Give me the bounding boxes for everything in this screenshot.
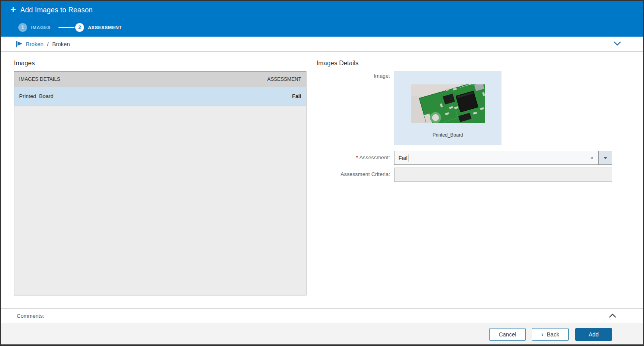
images-table-header: IMAGES DETAILS ASSESSMENT	[14, 72, 306, 87]
cell-assessment: Fail	[292, 93, 301, 99]
image-preview-tile: Printed_Board	[394, 71, 502, 145]
column-assessment: ASSESSMENT	[267, 76, 301, 82]
column-images-details: IMAGES DETAILS	[19, 76, 60, 82]
text-cursor	[408, 154, 408, 162]
step-images[interactable]: 1 IMAGES	[18, 23, 51, 32]
step-images-number: 1	[18, 23, 27, 32]
cancel-button-label: Cancel	[499, 331, 516, 338]
add-button-label: Add	[589, 331, 599, 338]
cell-images-details: Printed_Board	[19, 93, 53, 99]
dialog-title-row: + Add Images to Reason	[10, 5, 93, 15]
assessment-input-value: Fail	[398, 155, 408, 161]
assessment-dropdown-button[interactable]	[598, 151, 612, 164]
breadcrumb-separator: /	[47, 41, 49, 47]
comments-bar: Comments:	[1, 308, 643, 323]
details-panel-heading: Images Details	[316, 60, 359, 67]
chevron-up-icon[interactable]	[608, 313, 617, 319]
dialog-title: Add Images to Reason	[20, 6, 93, 14]
images-panel-heading: Images	[14, 60, 35, 67]
dialog-header: + Add Images to Reason 1 IMAGES 2 ASSESS…	[1, 1, 643, 37]
assessment-field-group: Fail ×	[394, 151, 612, 165]
assessment-label: *Assessment:	[316, 154, 390, 160]
image-label: Image:	[316, 73, 390, 79]
assessment-criteria-input[interactable]	[394, 168, 612, 182]
cancel-button[interactable]: Cancel	[489, 328, 526, 341]
chevron-down-icon[interactable]	[613, 41, 622, 46]
required-asterisk: *	[356, 154, 358, 160]
printed-board-image	[411, 84, 485, 123]
clear-icon[interactable]: ×	[585, 151, 598, 164]
step-images-label: IMAGES	[31, 25, 51, 30]
step-connector	[59, 27, 74, 28]
image-caption: Printed_Board	[394, 132, 502, 138]
step-assessment[interactable]: 2 ASSESSMENT	[75, 23, 122, 32]
table-row-printed-board[interactable]: Printed_Board Fail	[14, 87, 306, 106]
criteria-label: Assessment Criteria:	[316, 171, 390, 177]
back-button[interactable]: ‹ Back	[532, 328, 569, 341]
add-button[interactable]: Add	[575, 328, 612, 341]
flag-icon	[16, 41, 23, 47]
caret-down-icon	[603, 157, 607, 159]
chevron-left-icon: ‹	[541, 331, 544, 338]
back-button-label: Back	[547, 331, 559, 338]
add-images-dialog: + Add Images to Reason 1 IMAGES 2 ASSESS…	[0, 0, 644, 346]
wizard-stepper: 1 IMAGES 2 ASSESSMENT	[18, 23, 122, 32]
plus-icon: +	[10, 5, 16, 14]
images-table: IMAGES DETAILS ASSESSMENT Printed_Board …	[14, 71, 306, 295]
comments-label: Comments:	[17, 313, 44, 319]
breadcrumb: Broken / Broken	[1, 37, 643, 52]
dialog-footer: Cancel ‹ Back Add	[1, 323, 643, 344]
breadcrumb-link-broken[interactable]: Broken	[26, 41, 43, 47]
assessment-input[interactable]: Fail	[394, 151, 585, 164]
step-assessment-number: 2	[75, 23, 84, 32]
breadcrumb-current: Broken	[52, 41, 70, 47]
step-assessment-label: ASSESSMENT	[88, 25, 122, 30]
